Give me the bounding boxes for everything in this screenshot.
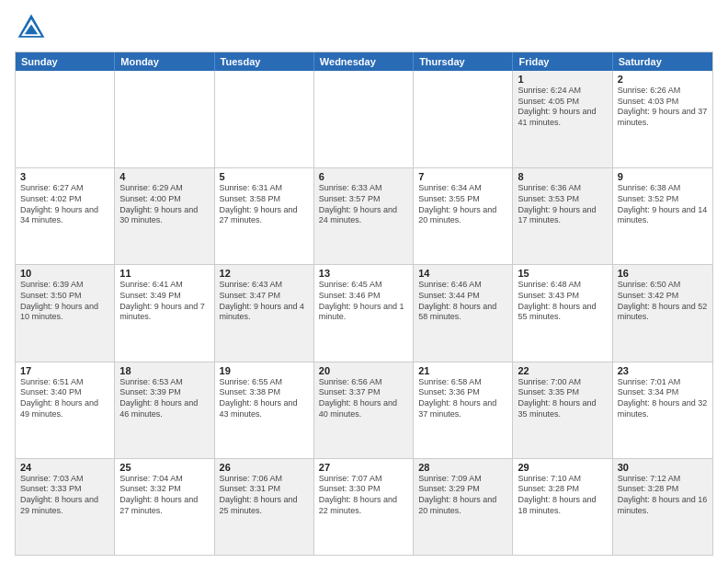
day-info: Sunrise: 6:26 AM Sunset: 4:03 PM Dayligh… — [618, 86, 708, 129]
calendar-cell: 9Sunrise: 6:38 AM Sunset: 3:52 PM Daylig… — [613, 168, 712, 264]
calendar-cell: 25Sunrise: 7:04 AM Sunset: 3:32 PM Dayli… — [115, 459, 214, 555]
calendar-cell: 7Sunrise: 6:34 AM Sunset: 3:55 PM Daylig… — [414, 168, 513, 264]
day-number: 1 — [518, 74, 607, 85]
day-number: 19 — [220, 365, 309, 376]
header-day-wednesday: Wednesday — [314, 52, 414, 71]
day-info: Sunrise: 6:29 AM Sunset: 4:00 PM Dayligh… — [119, 183, 209, 226]
header-day-saturday: Saturday — [613, 52, 712, 71]
day-info: Sunrise: 6:41 AM Sunset: 3:49 PM Dayligh… — [119, 280, 209, 323]
day-info: Sunrise: 6:43 AM Sunset: 3:47 PM Dayligh… — [220, 280, 309, 323]
calendar-row-0: 1Sunrise: 6:24 AM Sunset: 4:05 PM Daylig… — [16, 71, 712, 167]
day-info: Sunrise: 7:12 AM Sunset: 3:28 PM Dayligh… — [618, 474, 708, 517]
calendar-cell: 29Sunrise: 7:10 AM Sunset: 3:28 PM Dayli… — [513, 459, 612, 555]
calendar-cell: 19Sunrise: 6:55 AM Sunset: 3:38 PM Dayli… — [215, 362, 314, 458]
calendar-cell: 6Sunrise: 6:33 AM Sunset: 3:57 PM Daylig… — [314, 168, 414, 264]
calendar-cell: 17Sunrise: 6:51 AM Sunset: 3:40 PM Dayli… — [16, 362, 115, 458]
calendar-cell: 18Sunrise: 6:53 AM Sunset: 3:39 PM Dayli… — [115, 362, 214, 458]
day-number: 13 — [319, 268, 408, 279]
day-number: 22 — [518, 365, 607, 376]
day-number: 9 — [618, 171, 708, 182]
day-info: Sunrise: 7:03 AM Sunset: 3:33 PM Dayligh… — [20, 474, 109, 517]
day-info: Sunrise: 6:33 AM Sunset: 3:57 PM Dayligh… — [319, 183, 408, 226]
calendar-cell: 14Sunrise: 6:46 AM Sunset: 3:44 PM Dayli… — [414, 265, 513, 361]
calendar-row-3: 17Sunrise: 6:51 AM Sunset: 3:40 PM Dayli… — [16, 362, 712, 458]
calendar-cell: 5Sunrise: 6:31 AM Sunset: 3:58 PM Daylig… — [215, 168, 314, 264]
calendar-cell: 11Sunrise: 6:41 AM Sunset: 3:49 PM Dayli… — [115, 265, 214, 361]
header-day-friday: Friday — [513, 52, 612, 71]
day-number: 27 — [319, 462, 408, 473]
day-number: 29 — [518, 462, 607, 473]
calendar-cell: 13Sunrise: 6:45 AM Sunset: 3:46 PM Dayli… — [314, 265, 414, 361]
calendar-cell — [215, 71, 314, 167]
page: SundayMondayTuesdayWednesdayThursdayFrid… — [0, 0, 728, 563]
calendar-cell: 28Sunrise: 7:09 AM Sunset: 3:29 PM Dayli… — [414, 459, 513, 555]
day-info: Sunrise: 6:24 AM Sunset: 4:05 PM Dayligh… — [518, 86, 607, 129]
calendar-cell: 24Sunrise: 7:03 AM Sunset: 3:33 PM Dayli… — [16, 459, 115, 555]
day-number: 14 — [418, 268, 507, 279]
day-number: 30 — [618, 462, 708, 473]
day-info: Sunrise: 6:38 AM Sunset: 3:52 PM Dayligh… — [618, 183, 708, 226]
header-day-tuesday: Tuesday — [215, 52, 314, 71]
logo — [15, 11, 51, 44]
day-number: 5 — [220, 171, 309, 182]
day-number: 8 — [518, 171, 607, 182]
calendar-row-4: 24Sunrise: 7:03 AM Sunset: 3:33 PM Dayli… — [16, 458, 712, 555]
calendar-cell: 4Sunrise: 6:29 AM Sunset: 4:00 PM Daylig… — [115, 168, 214, 264]
day-number: 18 — [119, 365, 209, 376]
day-number: 26 — [220, 462, 309, 473]
calendar-cell: 23Sunrise: 7:01 AM Sunset: 3:34 PM Dayli… — [613, 362, 712, 458]
calendar-cell: 1Sunrise: 6:24 AM Sunset: 4:05 PM Daylig… — [513, 71, 612, 167]
calendar-cell — [314, 71, 414, 167]
day-number: 12 — [220, 268, 309, 279]
day-number: 15 — [518, 268, 607, 279]
day-info: Sunrise: 7:04 AM Sunset: 3:32 PM Dayligh… — [119, 474, 209, 517]
calendar: SundayMondayTuesdayWednesdayThursdayFrid… — [15, 52, 713, 556]
header — [15, 11, 713, 44]
calendar-cell — [115, 71, 214, 167]
calendar-row-1: 3Sunrise: 6:27 AM Sunset: 4:02 PM Daylig… — [16, 167, 712, 264]
day-info: Sunrise: 6:34 AM Sunset: 3:55 PM Dayligh… — [418, 183, 507, 226]
day-info: Sunrise: 6:45 AM Sunset: 3:46 PM Dayligh… — [319, 280, 408, 323]
day-number: 3 — [20, 171, 109, 182]
day-number: 25 — [119, 462, 209, 473]
day-info: Sunrise: 6:51 AM Sunset: 3:40 PM Dayligh… — [20, 377, 109, 420]
calendar-cell: 2Sunrise: 6:26 AM Sunset: 4:03 PM Daylig… — [613, 71, 712, 167]
calendar-cell: 10Sunrise: 6:39 AM Sunset: 3:50 PM Dayli… — [16, 265, 115, 361]
day-info: Sunrise: 7:01 AM Sunset: 3:34 PM Dayligh… — [618, 377, 708, 420]
day-number: 4 — [119, 171, 209, 182]
day-number: 24 — [20, 462, 109, 473]
day-info: Sunrise: 6:27 AM Sunset: 4:02 PM Dayligh… — [20, 183, 109, 226]
calendar-cell — [16, 71, 115, 167]
header-day-thursday: Thursday — [414, 52, 513, 71]
calendar-cell: 30Sunrise: 7:12 AM Sunset: 3:28 PM Dayli… — [613, 459, 712, 555]
day-info: Sunrise: 7:09 AM Sunset: 3:29 PM Dayligh… — [418, 474, 507, 517]
day-number: 7 — [418, 171, 507, 182]
calendar-row-2: 10Sunrise: 6:39 AM Sunset: 3:50 PM Dayli… — [16, 264, 712, 361]
day-number: 23 — [618, 365, 708, 376]
calendar-cell: 12Sunrise: 6:43 AM Sunset: 3:47 PM Dayli… — [215, 265, 314, 361]
calendar-cell: 3Sunrise: 6:27 AM Sunset: 4:02 PM Daylig… — [16, 168, 115, 264]
day-info: Sunrise: 6:46 AM Sunset: 3:44 PM Dayligh… — [418, 280, 507, 323]
day-info: Sunrise: 7:00 AM Sunset: 3:35 PM Dayligh… — [518, 377, 607, 420]
calendar-cell: 21Sunrise: 6:58 AM Sunset: 3:36 PM Dayli… — [414, 362, 513, 458]
day-number: 28 — [418, 462, 507, 473]
day-info: Sunrise: 7:10 AM Sunset: 3:28 PM Dayligh… — [518, 474, 607, 517]
header-day-sunday: Sunday — [16, 52, 115, 71]
day-number: 17 — [20, 365, 109, 376]
day-info: Sunrise: 6:50 AM Sunset: 3:42 PM Dayligh… — [618, 280, 708, 323]
calendar-header: SundayMondayTuesdayWednesdayThursdayFrid… — [16, 52, 712, 71]
calendar-cell: 15Sunrise: 6:48 AM Sunset: 3:43 PM Dayli… — [513, 265, 612, 361]
day-number: 6 — [319, 171, 408, 182]
day-number: 10 — [20, 268, 109, 279]
calendar-cell: 20Sunrise: 6:56 AM Sunset: 3:37 PM Dayli… — [314, 362, 414, 458]
day-info: Sunrise: 7:06 AM Sunset: 3:31 PM Dayligh… — [220, 474, 309, 517]
calendar-cell: 27Sunrise: 7:07 AM Sunset: 3:30 PM Dayli… — [314, 459, 414, 555]
day-info: Sunrise: 6:55 AM Sunset: 3:38 PM Dayligh… — [220, 377, 309, 420]
day-number: 2 — [618, 74, 708, 85]
calendar-body: 1Sunrise: 6:24 AM Sunset: 4:05 PM Daylig… — [16, 71, 712, 555]
day-number: 16 — [618, 268, 708, 279]
day-number: 21 — [418, 365, 507, 376]
day-info: Sunrise: 6:39 AM Sunset: 3:50 PM Dayligh… — [20, 280, 109, 323]
calendar-cell: 8Sunrise: 6:36 AM Sunset: 3:53 PM Daylig… — [513, 168, 612, 264]
day-info: Sunrise: 6:36 AM Sunset: 3:53 PM Dayligh… — [518, 183, 607, 226]
